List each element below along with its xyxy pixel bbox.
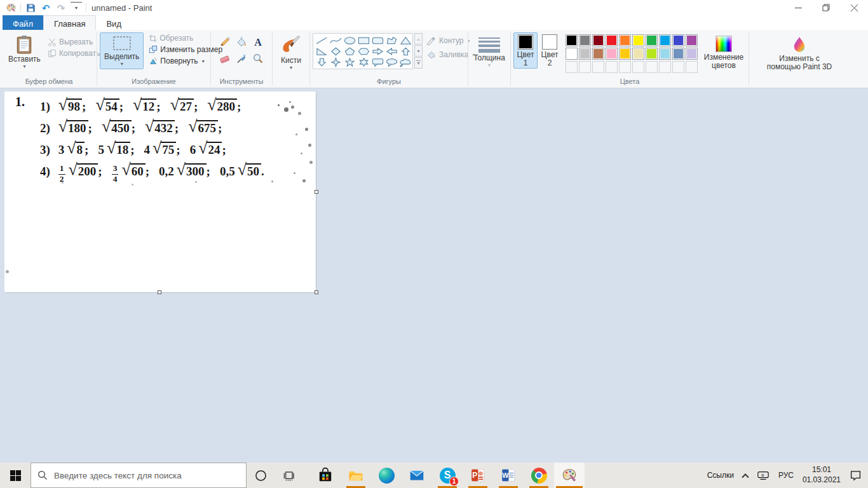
shape-arrow-right-icon[interactable] bbox=[370, 46, 384, 57]
palette-empty-4[interactable] bbox=[606, 61, 618, 73]
shape-triangle-icon[interactable] bbox=[398, 35, 412, 46]
taskbar-powerpoint[interactable]: P bbox=[463, 463, 493, 488]
tab-home[interactable]: Главная bbox=[43, 15, 96, 30]
taskbar-chrome[interactable] bbox=[524, 463, 554, 488]
color1-button[interactable]: Цвет 1 bbox=[513, 32, 538, 69]
canvas-resize-handle-bottom[interactable] bbox=[158, 290, 161, 294]
restore-button[interactable] bbox=[812, 0, 840, 15]
palette-color-4[interactable] bbox=[606, 34, 618, 46]
palette-empty-3[interactable] bbox=[592, 61, 604, 73]
action-center-icon[interactable] bbox=[850, 470, 862, 481]
drawing-canvas[interactable]: 1. 1)√98;√54;√12;√27;√280;2)√180;√450;√4… bbox=[4, 92, 316, 292]
palette-color-11[interactable] bbox=[566, 48, 578, 60]
pencil-icon[interactable] bbox=[217, 34, 233, 50]
select-button[interactable]: Выделить ▾ bbox=[100, 32, 144, 69]
palette-empty-5[interactable] bbox=[619, 61, 631, 73]
palette-color-13[interactable] bbox=[592, 48, 604, 60]
palette-empty-8[interactable] bbox=[659, 61, 671, 73]
shape-ellipse-icon[interactable] bbox=[342, 35, 356, 46]
shape-rounded-rectangle-icon[interactable] bbox=[370, 35, 384, 46]
search-input[interactable] bbox=[54, 471, 232, 480]
start-button[interactable] bbox=[0, 463, 31, 488]
shape-star-6-icon[interactable] bbox=[356, 57, 370, 67]
palette-color-6[interactable] bbox=[632, 34, 644, 46]
shape-right-triangle-icon[interactable] bbox=[315, 46, 329, 57]
shape-arrow-down-icon[interactable] bbox=[315, 57, 329, 67]
taskbar-search[interactable] bbox=[31, 463, 247, 488]
canvas-resize-handle-corner[interactable] bbox=[315, 290, 318, 294]
palette-color-20[interactable] bbox=[686, 48, 698, 60]
shapes-more-icon[interactable]: ▼ bbox=[414, 57, 423, 69]
eraser-icon[interactable] bbox=[217, 50, 233, 67]
palette-color-1[interactable] bbox=[566, 34, 578, 46]
undo-icon[interactable]: ↶ bbox=[40, 2, 51, 13]
shape-rectangle-icon[interactable] bbox=[356, 35, 370, 46]
taskbar-clock[interactable]: 15:01 01.03.2021 bbox=[803, 465, 841, 485]
palette-empty-10[interactable] bbox=[686, 61, 698, 73]
save-icon[interactable] bbox=[25, 2, 36, 13]
shape-star-4-icon[interactable] bbox=[329, 57, 342, 67]
color2-button[interactable]: Цвет 2 bbox=[538, 32, 562, 69]
palette-color-17[interactable] bbox=[646, 48, 658, 60]
touch-keyboard-icon[interactable]: a bbox=[757, 471, 770, 480]
paste-button[interactable]: Вставить ▾ bbox=[4, 32, 45, 72]
shapes-scroll-down-icon[interactable]: ▼ bbox=[414, 45, 423, 57]
shapes-scroll-up-icon[interactable]: ▲ bbox=[414, 33, 423, 44]
canvas-resize-handle-right[interactable] bbox=[315, 190, 318, 194]
taskbar-word[interactable]: W bbox=[493, 463, 524, 488]
palette-color-19[interactable] bbox=[672, 48, 684, 60]
taskbar-mail[interactable] bbox=[402, 463, 432, 488]
taskbar-explorer[interactable] bbox=[341, 463, 371, 488]
shape-diamond-icon[interactable] bbox=[329, 46, 342, 57]
palette-color-9[interactable] bbox=[672, 34, 684, 46]
customize-quick-access-icon[interactable]: ▾ bbox=[71, 2, 82, 13]
palette-color-16[interactable] bbox=[632, 48, 644, 60]
tab-file[interactable]: Файл bbox=[3, 15, 43, 30]
shape-star-5-icon[interactable] bbox=[342, 57, 356, 67]
palette-empty-1[interactable] bbox=[566, 61, 578, 73]
shape-callout-cloud-icon[interactable] bbox=[398, 57, 412, 67]
cortana-button[interactable] bbox=[247, 463, 275, 488]
palette-color-3[interactable] bbox=[592, 34, 604, 46]
palette-empty-6[interactable] bbox=[632, 61, 644, 73]
task-view-button[interactable] bbox=[275, 463, 302, 488]
fill-icon[interactable] bbox=[233, 34, 250, 50]
color-picker-icon[interactable] bbox=[233, 50, 250, 67]
taskbar-edge[interactable] bbox=[371, 463, 402, 488]
shape-callout-rounded-icon[interactable] bbox=[370, 57, 384, 67]
palette-empty-9[interactable] bbox=[672, 61, 684, 73]
links-toolbar[interactable]: Ссылки bbox=[707, 471, 734, 480]
paint3d-button[interactable]: Изменить с помощью Paint 3D bbox=[761, 32, 837, 74]
language-indicator[interactable]: РУС bbox=[778, 471, 794, 480]
shape-hexagon-icon[interactable] bbox=[356, 46, 370, 57]
text-icon[interactable]: A bbox=[250, 34, 266, 50]
palette-color-5[interactable] bbox=[619, 34, 631, 46]
shape-polygon-icon[interactable] bbox=[384, 35, 398, 46]
shape-pentagon-icon[interactable] bbox=[342, 46, 356, 57]
magnifier-icon[interactable] bbox=[250, 50, 266, 67]
taskbar-store[interactable] bbox=[310, 463, 341, 488]
palette-color-10[interactable] bbox=[686, 34, 698, 46]
minimize-button[interactable] bbox=[784, 0, 812, 15]
palette-color-2[interactable] bbox=[579, 34, 591, 46]
palette-color-12[interactable] bbox=[579, 48, 591, 60]
edit-colors-button[interactable]: Изменение цветов bbox=[702, 32, 746, 73]
taskbar-skype[interactable]: S1 bbox=[432, 463, 463, 488]
brushes-button[interactable]: Кисти ▾ bbox=[276, 32, 306, 73]
palette-empty-2[interactable] bbox=[579, 61, 591, 73]
shape-line-icon[interactable] bbox=[315, 35, 329, 46]
hidden-icons-chevron[interactable] bbox=[742, 473, 749, 480]
taskbar-paint[interactable] bbox=[554, 463, 585, 488]
shape-arrow-up-icon[interactable] bbox=[398, 46, 412, 57]
tab-view[interactable]: Вид bbox=[96, 15, 132, 30]
palette-color-14[interactable] bbox=[606, 48, 618, 60]
shape-callout-oval-icon[interactable] bbox=[384, 57, 398, 67]
palette-color-7[interactable] bbox=[646, 34, 658, 46]
close-button[interactable] bbox=[840, 0, 868, 15]
palette-color-15[interactable] bbox=[619, 48, 631, 60]
palette-color-18[interactable] bbox=[659, 48, 671, 60]
shape-curve-icon[interactable] bbox=[329, 35, 342, 46]
palette-empty-7[interactable] bbox=[646, 61, 658, 73]
redo-icon[interactable]: ↷ bbox=[55, 2, 67, 13]
shape-arrow-left-icon[interactable] bbox=[384, 46, 398, 57]
